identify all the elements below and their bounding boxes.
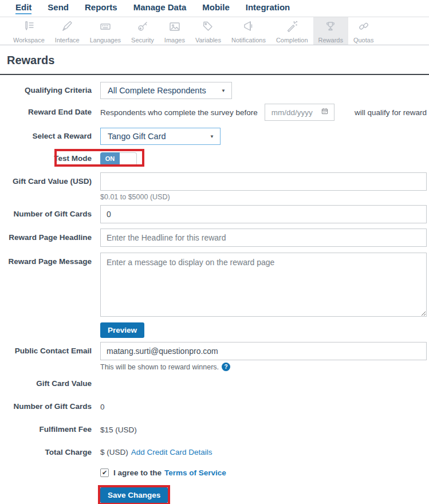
- test-mode-toggle[interactable]: ON: [100, 152, 137, 166]
- reward-end-date-label: Reward End Date: [7, 108, 92, 117]
- nav-item-integration[interactable]: Integration: [246, 3, 290, 14]
- save-changes-button[interactable]: Save Changes: [100, 487, 168, 503]
- nav-item-manage-data[interactable]: Manage Data: [133, 3, 187, 14]
- rewards-icon: [324, 19, 337, 36]
- toolbar-item-label: Interface: [55, 37, 80, 44]
- number-gift-cards-row: Number of Gift Cards: [7, 205, 427, 223]
- summary-gift-card-value-row: Gift Card Value: [7, 379, 427, 388]
- toolbar-item-rewards[interactable]: Rewards: [313, 17, 348, 45]
- toolbar-item-label: Rewards: [318, 37, 343, 44]
- preview-button[interactable]: Preview: [100, 322, 144, 338]
- languages-icon: [99, 19, 112, 36]
- select-reward-select[interactable]: Tango Gift Card ▼: [100, 128, 221, 145]
- nav-item-send[interactable]: Send: [48, 3, 69, 14]
- interface-icon: [60, 19, 74, 36]
- toolbar-item-quotas[interactable]: Quotas: [348, 17, 379, 45]
- summary-number-gift-cards-value: 0: [100, 403, 105, 411]
- summary-gift-card-value-label: Gift Card Value: [7, 379, 92, 388]
- date-placeholder: mm/dd/yyyy: [271, 108, 313, 117]
- toolbar-item-label: Languages: [90, 37, 121, 44]
- number-gift-cards-label: Number of Gift Cards: [7, 210, 92, 219]
- number-gift-cards-input[interactable]: [100, 205, 427, 223]
- toolbar-item-interface[interactable]: Interface: [50, 17, 85, 45]
- toolbar-item-label: Images: [164, 37, 185, 44]
- message-label: Reward Page Message: [7, 253, 92, 266]
- contact-email-helper: This will be shown to reward winners.: [100, 363, 427, 371]
- variables-icon: [201, 19, 215, 36]
- qualifying-criteria-label: Qualifying Criteria: [7, 86, 92, 95]
- gift-card-value-input[interactable]: [100, 172, 427, 191]
- top-nav: Edit Send Reports Manage Data Mobile Int…: [0, 0, 429, 17]
- toolbar-item-workspace[interactable]: Workspace: [8, 17, 50, 45]
- nav-item-mobile[interactable]: Mobile: [202, 3, 230, 14]
- toggle-on-segment: ON: [100, 152, 120, 166]
- toolbar-item-label: Workspace: [13, 37, 45, 44]
- toolbar-item-completion[interactable]: Completion: [271, 17, 313, 45]
- toolbar-item-label: Variables: [195, 37, 221, 44]
- qualifying-criteria-row: Qualifying Criteria All Complete Respond…: [7, 82, 427, 99]
- chevron-down-icon: ▼: [210, 134, 214, 139]
- contact-email-input[interactable]: [100, 342, 427, 360]
- toolbar-item-label: Security: [131, 37, 154, 44]
- chevron-down-icon: ▼: [221, 88, 226, 93]
- test-mode-label: Test Mode: [7, 154, 92, 163]
- toggle-handle: [120, 152, 137, 166]
- gift-card-value-row: Gift Card Value (USD) $0.01 to $5000 (US…: [7, 172, 427, 201]
- add-credit-card-link[interactable]: Add Credit Card Details: [131, 448, 212, 456]
- contact-email-row: Public Contact Email This will be shown …: [7, 342, 427, 371]
- security-icon: [136, 19, 149, 36]
- contact-email-helper-text: This will be shown to reward winners.: [100, 363, 219, 371]
- toolbar-item-label: Notifications: [231, 37, 266, 44]
- headline-label: Reward Page Headline: [7, 233, 92, 242]
- end-date-suffix-text: will qualify for reward: [355, 108, 427, 117]
- test-mode-row: Test Mode ON: [7, 151, 427, 167]
- headline-input[interactable]: [100, 229, 427, 247]
- headline-row: Reward Page Headline: [7, 229, 427, 247]
- qualifying-criteria-select[interactable]: All Complete Respondents ▼: [100, 82, 232, 99]
- save-highlight: Save Changes: [98, 485, 170, 504]
- fulfilment-fee-row: Fulfilment Fee $15 (USD): [7, 425, 427, 434]
- agree-checkbox[interactable]: [100, 468, 109, 477]
- rewards-form: Qualifying Criteria All Complete Respond…: [0, 75, 429, 504]
- toolbar-item-label: Quotas: [353, 37, 373, 44]
- summary-number-gift-cards-row: Number of Gift Cards 0: [7, 402, 427, 411]
- nav-item-reports[interactable]: Reports: [85, 3, 117, 14]
- qualifying-criteria-value: All Complete Respondents: [108, 86, 206, 95]
- toolbar-item-images[interactable]: Images: [159, 17, 190, 45]
- agree-text: I agree to the: [113, 468, 162, 477]
- page-header: Rewards: [0, 45, 429, 75]
- page-title: Rewards: [7, 54, 422, 67]
- notifications-icon: [242, 19, 255, 36]
- total-charge-label: Total Charge: [7, 448, 92, 457]
- toolbar-item-label: Completion: [276, 37, 308, 44]
- message-textarea[interactable]: [100, 253, 427, 317]
- workspace-icon: [22, 19, 36, 36]
- select-reward-row: Select a Reward Tango Gift Card ▼: [7, 128, 427, 145]
- select-reward-value: Tango Gift Card: [108, 132, 166, 141]
- gift-card-value-helper: $0.01 to $5000 (USD): [100, 193, 427, 201]
- toolbar-item-security[interactable]: Security: [126, 17, 159, 45]
- contact-email-label: Public Contact Email: [7, 342, 92, 356]
- select-reward-label: Select a Reward: [7, 132, 92, 141]
- toolbar-item-notifications[interactable]: Notifications: [226, 17, 271, 45]
- summary-number-gift-cards-label: Number of Gift Cards: [7, 402, 92, 411]
- reward-end-date-input[interactable]: mm/dd/yyyy: [265, 104, 334, 121]
- agree-row: I agree to the Terms of Service: [7, 468, 427, 477]
- toolbar-item-languages[interactable]: Languages: [85, 17, 126, 45]
- toolbar-item-variables[interactable]: Variables: [190, 17, 226, 45]
- help-icon[interactable]: [222, 363, 230, 371]
- quotas-icon: [357, 19, 371, 36]
- fulfilment-fee-value: $15 (USD): [100, 426, 137, 434]
- images-icon: [168, 19, 182, 36]
- message-row: Reward Page Message Preview: [7, 253, 427, 338]
- end-date-prefix-text: Respondents who complete the survey befo…: [100, 108, 258, 117]
- fulfilment-fee-label: Fulfilment Fee: [7, 425, 92, 434]
- completion-icon: [285, 19, 299, 36]
- settings-toolbar: Workspace Interface Languages Security I…: [0, 17, 429, 45]
- terms-of-service-link[interactable]: Terms of Service: [164, 468, 226, 477]
- save-row: Save Changes: [7, 485, 427, 504]
- total-charge-value: $ (USD): [100, 448, 128, 456]
- nav-item-edit[interactable]: Edit: [15, 3, 32, 14]
- total-charge-row: Total Charge $ (USD) Add Credit Card Det…: [7, 448, 427, 457]
- calendar-icon: [321, 107, 329, 117]
